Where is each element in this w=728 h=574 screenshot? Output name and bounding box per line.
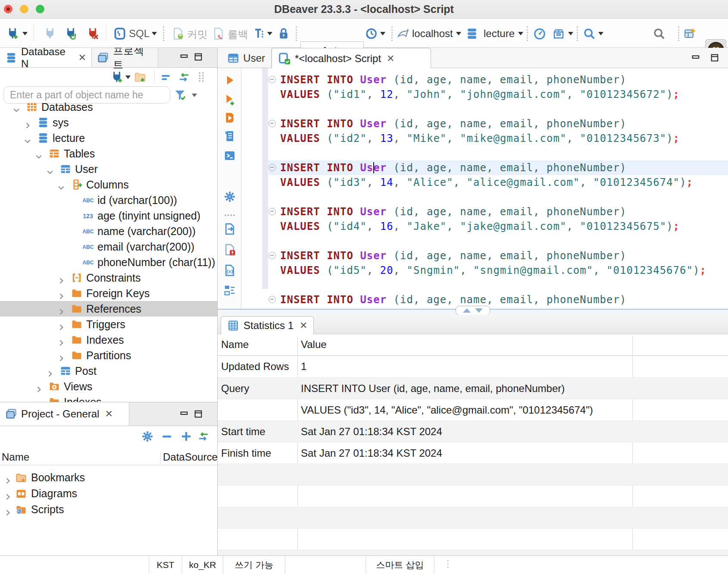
db-search-dropdown[interactable] [598, 32, 603, 35]
chevron-down-icon[interactable] [57, 180, 66, 189]
tree-item-age-tinyint-unsigned-[interactable]: 123age (tinyint unsigned) [0, 208, 218, 223]
fold-collapse-icon[interactable] [269, 164, 276, 171]
close-icon[interactable]: ✕ [387, 53, 394, 64]
database-label[interactable]: lecture [484, 28, 515, 40]
connection-dropdown[interactable] [456, 32, 461, 35]
stats-row[interactable] [218, 507, 728, 528]
stats-row-updated-rows[interactable]: Updated Rows1 [218, 356, 728, 377]
column-name-header[interactable]: Name [2, 451, 29, 463]
tree-item-user[interactable]: User [0, 161, 218, 177]
tree-item-sys[interactable]: sys [0, 115, 218, 130]
stats-row[interactable] [218, 485, 728, 507]
tree-item-indexes[interactable]: Indexes [0, 332, 218, 348]
transaction-mode-dropdown[interactable] [267, 32, 272, 35]
fold-collapse-icon[interactable] [269, 76, 276, 83]
timezone-status[interactable]: KST [149, 556, 182, 574]
maximize-view-icon[interactable] [193, 409, 203, 419]
close-icon[interactable]: ✕ [78, 52, 86, 63]
mysql-connection-icon[interactable] [397, 27, 409, 40]
editor-results-sash[interactable] [218, 309, 728, 315]
minimize-editor-icon[interactable] [691, 53, 701, 63]
chevron-down-icon[interactable] [12, 103, 21, 111]
collapse-down-icon[interactable] [475, 308, 483, 313]
stats-row[interactable] [218, 464, 728, 485]
database-icon[interactable] [466, 27, 478, 40]
dashboard-icon[interactable] [533, 27, 546, 40]
tree-item-post[interactable]: Post [0, 363, 218, 379]
chevron-right-icon[interactable] [34, 398, 43, 402]
connect-icon[interactable] [44, 27, 56, 40]
tree-item-views[interactable]: Views [0, 379, 218, 394]
maximize-editor-icon[interactable] [709, 53, 720, 63]
new-connection-icon[interactable] [6, 27, 19, 40]
tree-item-references[interactable]: References [0, 301, 218, 317]
tasks-icon[interactable] [552, 27, 565, 40]
project-item-bookmarks[interactable]: Bookmarks [0, 470, 218, 486]
tree-item-partitions[interactable]: Partitions [0, 348, 218, 363]
tree-item-email-varchar-200-[interactable]: ABCemail (varchar(200)) [0, 239, 218, 254]
transaction-log-icon[interactable] [365, 27, 378, 40]
commit-label[interactable]: 커밋 [187, 28, 208, 41]
filter-dropdown[interactable] [192, 94, 197, 97]
fold-collapse-icon[interactable] [269, 252, 276, 259]
insert-mode-status[interactable]: 스마트 삽입 [366, 556, 434, 574]
chevron-down-icon[interactable] [34, 149, 43, 158]
tree-item-databases[interactable]: Databases [0, 99, 218, 115]
project-item-diagrams[interactable]: Diagrams [0, 486, 218, 502]
close-icon[interactable]: ✕ [300, 320, 307, 331]
chevron-right-icon[interactable] [57, 351, 66, 360]
stats-row[interactable]: VALUES ("id3", 14, "Alice", "alice@gmail… [218, 399, 728, 420]
chevron-right-icon[interactable] [68, 227, 77, 235]
tab-statistics[interactable]: Statistics 1 ✕ [221, 316, 314, 335]
close-icon[interactable]: ✕ [105, 408, 112, 420]
connection-label[interactable]: localhost [412, 28, 453, 40]
reconnect-icon[interactable] [64, 27, 77, 40]
transaction-mode-icon[interactable] [253, 27, 266, 40]
stats-value-header[interactable]: Value [301, 339, 327, 351]
link-with-editor-icon[interactable] [197, 430, 210, 443]
settings-gear-icon[interactable] [141, 430, 154, 443]
stats-row-finish-time[interactable]: Finish timeSat Jan 27 01:18:34 KST 2024 [218, 442, 728, 464]
new-connection-icon[interactable] [110, 71, 123, 84]
disconnect-icon[interactable] [86, 27, 99, 40]
column-divider[interactable] [160, 452, 161, 464]
chevron-down-icon[interactable] [23, 134, 32, 142]
transaction-log-dropdown[interactable] [380, 32, 385, 35]
new-connection-dropdown[interactable] [125, 75, 131, 79]
chevron-right-icon[interactable] [57, 273, 66, 282]
column-datasource-header[interactable]: DataSource [163, 451, 218, 463]
tree-item-name-varchar-200-[interactable]: ABCname (varchar(200)) [0, 223, 218, 239]
view-menu-dots-icon[interactable] [195, 71, 208, 84]
fold-collapse-icon[interactable] [269, 120, 276, 127]
stats-row-start-time[interactable]: Start timeSat Jan 27 01:18:34 KST 2024 [218, 420, 728, 442]
chevron-right-icon[interactable] [23, 118, 32, 127]
new-connection-dropdown[interactable] [22, 32, 28, 35]
tab-user-table[interactable]: User [221, 48, 272, 68]
lock-icon[interactable] [277, 27, 290, 40]
collapse-icon[interactable] [160, 430, 173, 443]
commit-icon[interactable] [172, 27, 184, 40]
project-item-scripts[interactable]: Scripts [0, 502, 218, 518]
maximize-view-icon[interactable] [193, 52, 203, 62]
tab-script[interactable]: *<localhost> Script ✕ [272, 48, 431, 69]
tree-item-columns[interactable]: Columns [0, 177, 218, 192]
rollback-icon[interactable] [212, 27, 225, 40]
collapse-up-icon[interactable] [463, 308, 471, 313]
tab-project-general[interactable]: Project - General ✕ [0, 402, 129, 426]
chevron-right-icon[interactable] [46, 367, 54, 375]
global-search-icon[interactable] [653, 27, 666, 40]
chevron-right-icon[interactable] [68, 258, 77, 267]
tree-item-foreign-keys[interactable]: Foreign Keys [0, 285, 218, 301]
sash-collapse-widget[interactable] [456, 306, 490, 315]
tree-item-lecture[interactable]: lecture [0, 130, 218, 146]
tasks-dropdown[interactable] [568, 32, 573, 35]
chevron-right-icon[interactable] [57, 304, 66, 313]
chevron-right-icon[interactable] [3, 505, 12, 514]
fold-collapse-icon[interactable] [269, 208, 276, 215]
minimize-view-icon[interactable] [179, 409, 189, 419]
tree-item-tables[interactable]: Tables [0, 146, 218, 161]
chevron-right-icon[interactable] [68, 196, 77, 204]
tree-item-constraints[interactable]: Constraints [0, 270, 218, 285]
minimize-view-icon[interactable] [179, 52, 189, 62]
chevron-right-icon[interactable] [68, 211, 77, 220]
